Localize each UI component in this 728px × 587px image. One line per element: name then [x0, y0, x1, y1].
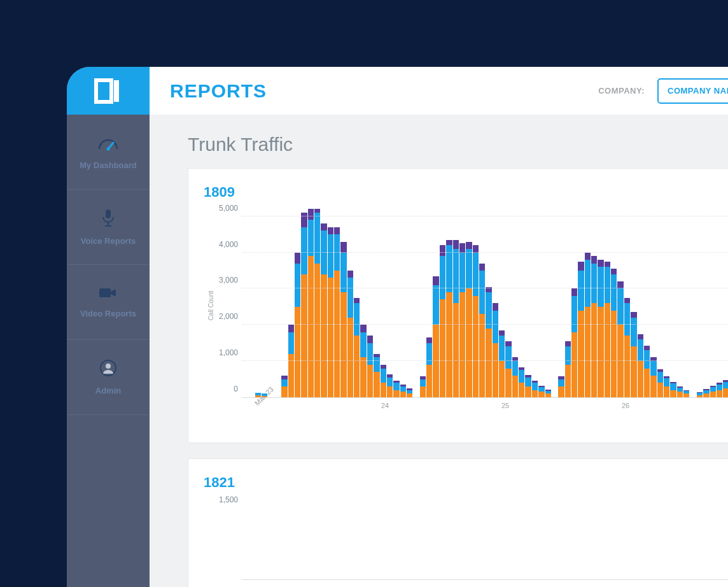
bar-segment-c [565, 341, 571, 347]
y-axis: Call Count 01,0002,0003,0004,0005,000 [204, 213, 242, 398]
bars-container [242, 213, 728, 397]
user-icon [99, 359, 117, 377]
sidebar: My Dashboard Voice Reports Video Rep [67, 67, 150, 587]
bar [446, 240, 452, 397]
bar-segment-a [393, 390, 399, 397]
company-select[interactable]: COMPANY NAME [657, 78, 728, 104]
x-tick: 24 [381, 402, 389, 409]
bar [657, 369, 663, 397]
bar-segment-a [591, 303, 597, 397]
gauge-icon [97, 134, 120, 152]
bar [295, 253, 300, 397]
bar-segment-b [638, 339, 643, 361]
bar-segment-a [683, 393, 689, 397]
bar-segment-b [400, 386, 406, 392]
sidebar-item-dashboard[interactable]: My Dashboard [67, 115, 150, 190]
sidebar-item-voice[interactable]: Voice Reports [67, 190, 150, 265]
bar-segment-b [367, 343, 373, 365]
gridline [242, 216, 728, 216]
bar-segment-a [703, 393, 709, 397]
company-select-value: COMPANY NAME [668, 86, 728, 95]
svg-point-6 [108, 139, 109, 140]
bar-segment-c [295, 253, 300, 264]
bar [703, 389, 709, 397]
bar [499, 330, 505, 397]
gridline [242, 288, 728, 288]
bar-segment-a [387, 386, 393, 397]
bar-segment-c [301, 213, 307, 227]
bar-segment-b [617, 288, 623, 325]
y-tick: 1,000 [219, 348, 238, 357]
bar [367, 336, 373, 397]
sidebar-item-admin[interactable]: Admin [67, 340, 150, 415]
bar-segment-a [479, 314, 485, 397]
bar [723, 380, 728, 397]
bar-segment-b [466, 249, 472, 289]
bar-segment-b [532, 383, 538, 390]
bar-segment-a [638, 361, 643, 397]
bar-segment-a [532, 390, 538, 397]
bar-segment-a [512, 376, 518, 397]
bar-segment-b [598, 267, 603, 307]
bar-segment-c [433, 276, 438, 285]
bar [321, 223, 326, 397]
bar-segment-b [354, 303, 360, 336]
bar-segment-b [538, 387, 544, 392]
bar-segment-c [466, 242, 472, 249]
bar-segment-a [446, 292, 452, 397]
bar-segment-b [710, 387, 716, 392]
bar-segment-c [288, 325, 294, 332]
bar-segment-a [605, 303, 610, 397]
bar [571, 288, 577, 397]
svg-point-14 [106, 364, 111, 369]
logo[interactable] [67, 67, 150, 115]
y-tick: 3,000 [219, 276, 238, 285]
video-icon [98, 286, 118, 300]
bar-segment-a [723, 388, 728, 397]
bar-segment-c [571, 288, 577, 295]
bar-segment-c [440, 245, 445, 256]
bar [664, 376, 669, 397]
bar-segment-b [347, 278, 353, 318]
bar [453, 240, 459, 397]
bar-segment-b [512, 361, 518, 376]
bar-segment-b [374, 357, 379, 372]
bar-segment-b [499, 336, 505, 361]
bar-segment-b [723, 382, 728, 388]
sidebar-item-video[interactable]: Video Reports [67, 265, 150, 340]
svg-rect-12 [99, 288, 111, 297]
bar-segment-b [314, 213, 320, 264]
bar [440, 245, 445, 397]
y-tick: 0 [234, 385, 238, 393]
bar-segment-a [433, 325, 438, 397]
bar-segment-b [657, 372, 663, 383]
bar [697, 392, 703, 397]
sidebar-item-label: Video Reports [80, 309, 136, 318]
chart-title: 1821 [204, 474, 728, 491]
bar-segment-a [565, 365, 571, 397]
bar [486, 287, 491, 397]
bar [426, 337, 432, 397]
bar-segment-b [360, 332, 366, 358]
bar [328, 227, 333, 397]
bar-segment-b [565, 346, 571, 364]
bar [578, 262, 584, 397]
bar-segment-a [301, 274, 307, 397]
bar-segment-b [650, 361, 656, 376]
bar-segment-b [328, 234, 333, 278]
bar-segment-c [638, 334, 643, 340]
bar [288, 325, 294, 397]
bar-segment-a [657, 383, 663, 397]
bar [558, 376, 564, 397]
bar-segment-a [525, 386, 531, 397]
content: Trunk Traffic 1809 Call Count 01,0002,00… [150, 115, 728, 587]
bar-segment-a [519, 383, 524, 397]
bar-segment-b [493, 311, 498, 343]
bar-segment-a [585, 307, 591, 397]
bar-segment-a [473, 296, 479, 397]
bar-segment-c [479, 264, 485, 271]
bar-segment-b [644, 350, 650, 368]
bar-segment-a [571, 332, 577, 397]
bar-segment-b [453, 249, 459, 303]
bar-segment-c [308, 209, 314, 220]
